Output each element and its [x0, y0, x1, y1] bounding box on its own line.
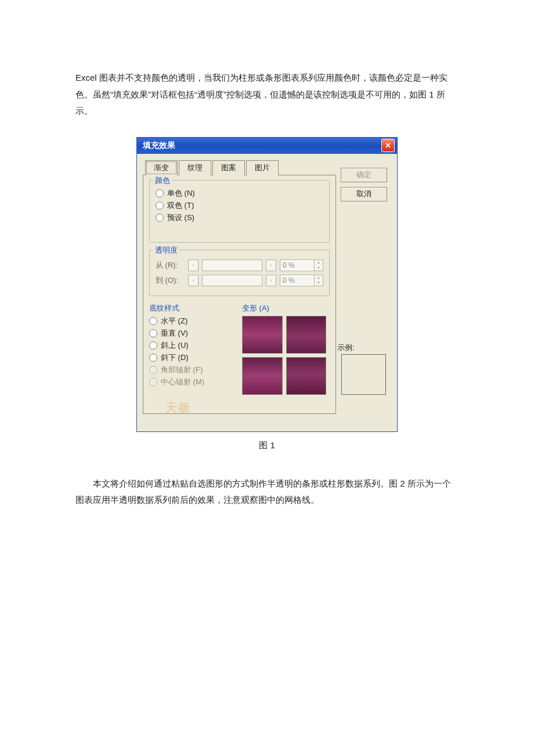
ok-button[interactable]: 确定 — [341, 168, 387, 182]
radio-icon — [149, 317, 157, 325]
radio-label: 垂直 (V) — [161, 328, 188, 339]
slider-left-button: ‹ — [188, 275, 199, 286]
tab-texture[interactable]: 纹理 — [179, 160, 211, 175]
tab-pattern[interactable]: 图案 — [212, 160, 245, 175]
watermark-icon: 天极 — [165, 400, 191, 416]
tab-picture[interactable]: 图片 — [246, 160, 279, 175]
transparency-from-row: 从 (R): ‹ › 0 % ▲▼ — [156, 260, 323, 271]
radio-diagonal-down[interactable]: 斜下 (D) — [149, 352, 230, 363]
group-transparency: 透明度 从 (R): ‹ › 0 % ▲▼ — [149, 250, 330, 296]
radio-label: 角部辐射 (F) — [161, 365, 203, 375]
variant-2[interactable] — [286, 316, 327, 354]
dialog-left-column: 渐变 纹理 图案 图片 颜色 单色 (N) — [143, 160, 336, 414]
group-variants: 变形 (A) — [242, 303, 330, 395]
group-color: 颜色 单色 (N) 双色 (T) 预设 (S) — [149, 180, 330, 243]
to-label: 到 (O): — [156, 275, 185, 286]
example-label: 示例: — [337, 343, 355, 353]
close-button[interactable]: ✕ — [381, 139, 395, 152]
variants-title: 变形 (A) — [242, 303, 330, 314]
slider-left-button: ‹ — [188, 260, 199, 271]
figure-1-caption: 图 1 — [75, 440, 459, 451]
example-preview — [341, 354, 386, 395]
variant-4[interactable] — [286, 357, 327, 395]
radio-label: 预设 (S) — [167, 213, 194, 223]
slider-track-from — [202, 260, 262, 271]
radio-two-color[interactable]: 双色 (T) — [156, 200, 323, 211]
radio-icon — [156, 189, 164, 197]
slider-right-button: › — [266, 275, 276, 286]
group-color-title: 颜色 — [153, 175, 172, 186]
spin-to: 0 % ▲▼ — [280, 275, 323, 286]
radio-icon — [149, 329, 157, 337]
radio-icon — [149, 341, 157, 350]
spin-to-value: 0 % — [280, 276, 314, 285]
radio-icon — [149, 378, 157, 386]
radio-diagonal-up[interactable]: 斜上 (U) — [149, 340, 230, 351]
variant-3[interactable] — [242, 357, 283, 395]
paragraph-2: 本文将介绍如何通过粘贴自选图形的方式制作半透明的条形或柱形数据系列。图 2 所示… — [75, 476, 459, 509]
spin-from-value: 0 % — [280, 261, 314, 269]
radio-label: 单色 (N) — [167, 188, 195, 199]
group-transparency-title: 透明度 — [153, 245, 179, 255]
fill-effects-dialog: 填充效果 ✕ 渐变 纹理 图案 图片 颜色 — [136, 137, 398, 432]
radio-label: 双色 (T) — [167, 200, 194, 211]
dialog-title: 填充效果 — [139, 141, 175, 151]
tab-strip: 渐变 纹理 图案 图片 — [145, 160, 336, 175]
spin-arrows: ▲▼ — [314, 260, 323, 271]
spin-from: 0 % ▲▼ — [280, 260, 323, 271]
radio-label: 水平 (Z) — [161, 316, 187, 326]
radio-icon — [149, 354, 157, 362]
radio-label: 斜上 (U) — [161, 340, 189, 351]
variant-1[interactable] — [242, 316, 283, 354]
transparency-to-row: 到 (O): ‹ › 0 % ▲▼ — [156, 275, 323, 286]
group-shading-style: 底纹样式 水平 (Z) 垂直 (V) — [149, 303, 230, 395]
from-label: 从 (R): — [156, 260, 185, 271]
group-style-title: 底纹样式 — [149, 303, 230, 314]
dialog-body: 渐变 纹理 图案 图片 颜色 单色 (N) — [137, 154, 397, 431]
dialog-right-column: 确定 取消 示例: — [336, 160, 391, 414]
radio-from-corner[interactable]: 角部辐射 (F) — [149, 365, 230, 375]
radio-icon — [149, 366, 157, 374]
radio-one-color[interactable]: 单色 (N) — [156, 188, 323, 199]
figure-1: 填充效果 ✕ 渐变 纹理 图案 图片 颜色 — [75, 137, 459, 432]
tab-panel-gradient: 颜色 单色 (N) 双色 (T) 预设 (S) — [143, 175, 336, 414]
dialog-titlebar[interactable]: 填充效果 ✕ — [137, 138, 397, 154]
document-page: Excel 图表并不支持颜色的透明，当我们为柱形或条形图表系列应用颜色时，该颜色… — [0, 0, 534, 756]
cancel-button[interactable]: 取消 — [341, 187, 387, 201]
paragraph-1: Excel 图表并不支持颜色的透明，当我们为柱形或条形图表系列应用颜色时，该颜色… — [75, 70, 459, 120]
radio-from-center[interactable]: 中心辐射 (M) — [149, 377, 230, 387]
close-icon: ✕ — [385, 142, 391, 149]
bottom-area: 底纹样式 水平 (Z) 垂直 (V) — [149, 303, 330, 395]
variants-grid — [242, 316, 326, 395]
radio-vertical[interactable]: 垂直 (V) — [149, 328, 230, 339]
spin-arrows: ▲▼ — [314, 275, 323, 286]
slider-track-to — [202, 275, 262, 286]
radio-icon — [156, 214, 164, 222]
radio-label: 斜下 (D) — [161, 352, 189, 363]
radio-preset[interactable]: 预设 (S) — [156, 213, 323, 223]
radio-horizontal[interactable]: 水平 (Z) — [149, 316, 230, 326]
tab-gradient[interactable]: 渐变 — [145, 160, 178, 175]
slider-right-button: › — [266, 260, 276, 271]
radio-label: 中心辐射 (M) — [161, 377, 204, 387]
radio-icon — [156, 201, 164, 210]
